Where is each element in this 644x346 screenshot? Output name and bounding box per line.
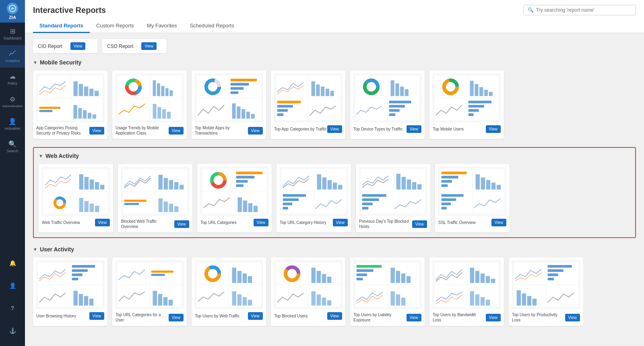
mini-line-bw2 xyxy=(435,285,466,307)
svg-rect-41 xyxy=(321,87,324,96)
mini-line-tuw1 xyxy=(197,285,229,307)
mobile-security-cards: App Categories Posing Security or Privac… xyxy=(33,70,636,139)
sidebar-item-activation[interactable]: 👤 Activation xyxy=(0,113,25,135)
view-btn-user-browsing[interactable]: View xyxy=(89,312,105,320)
view-btn-top-mobile-apps[interactable]: View xyxy=(248,127,263,135)
view-btn-app-categories[interactable]: View xyxy=(89,127,105,135)
sidebar-item-analytics[interactable]: Analytics xyxy=(0,45,25,68)
cso-report-name: CSO Report xyxy=(107,44,133,49)
svg-rect-196 xyxy=(547,278,554,280)
mini-hbar-pb1 xyxy=(361,192,393,213)
svg-rect-22 xyxy=(169,90,173,96)
svg-rect-182 xyxy=(396,294,400,305)
view-btn-top-blocked-users[interactable]: View xyxy=(327,312,343,320)
svg-point-50 xyxy=(368,84,374,89)
mini-bars-ub1 xyxy=(71,285,103,307)
app-logo: ZIA xyxy=(0,0,25,23)
card-footer-url-history: Top URL Category History View xyxy=(280,219,348,226)
view-btn-top-url-user[interactable]: View xyxy=(169,314,184,321)
sidebar-item-administration[interactable]: ⚙ Administration xyxy=(0,90,25,113)
tab-standard[interactable]: Standard Reports xyxy=(33,19,90,33)
svg-rect-23 xyxy=(153,104,156,119)
svg-rect-32 xyxy=(230,87,244,90)
view-btn-ssl-traffic[interactable]: View xyxy=(491,219,507,226)
view-btn-bandwidth[interactable]: View xyxy=(486,314,501,321)
tab-scheduled[interactable]: Scheduled Reports xyxy=(183,19,241,33)
view-btn-url-history[interactable]: View xyxy=(333,219,348,226)
sidebar-help[interactable]: ? xyxy=(0,297,25,319)
mini-hbar-pl1 xyxy=(547,263,578,284)
view-btn-top-device-types[interactable]: View xyxy=(407,125,422,133)
sidebar-user[interactable]: 👤 xyxy=(0,274,25,297)
view-btn-liability[interactable]: View xyxy=(407,314,422,321)
mini-line-wa1 xyxy=(44,169,76,191)
card-footer-top-mobile-apps: Top Mobile Apps by Transactions View xyxy=(195,125,263,136)
admin-icon: ⚙ xyxy=(10,95,15,103)
search-input[interactable] xyxy=(536,7,632,13)
sidebar-anchor[interactable]: ⚓ xyxy=(0,319,25,342)
card-title-top-blocked-users: Top Blocked Users xyxy=(274,313,327,319)
card-preview-blocked-web xyxy=(121,167,189,215)
svg-rect-142 xyxy=(78,294,83,306)
cso-view-button[interactable]: View xyxy=(141,42,157,50)
card-footer-top-url-user: Top URL Categories for a User View xyxy=(116,312,184,323)
view-btn-top-users-web[interactable]: View xyxy=(248,312,263,320)
svg-rect-87 xyxy=(179,185,183,190)
cio-view-button[interactable]: View xyxy=(70,42,86,50)
svg-rect-191 xyxy=(480,297,484,306)
mobile-security-toggle[interactable]: ▼ xyxy=(33,60,37,65)
user-activity-header: ▼ User Activity xyxy=(33,246,636,253)
view-btn-productivity[interactable]: View xyxy=(565,314,580,321)
card-preview-top-url xyxy=(200,167,268,215)
svg-rect-68 xyxy=(468,105,484,108)
svg-rect-43 xyxy=(330,91,334,96)
mini-chart-1 xyxy=(38,76,70,97)
card-preview-usage-trends xyxy=(116,74,184,122)
sidebar-notifications[interactable]: 🔔 xyxy=(0,252,25,274)
card-preview-productivity xyxy=(512,261,580,309)
card-preview-top-blocked-users xyxy=(274,261,342,309)
view-btn-top-url[interactable]: View xyxy=(254,219,269,226)
view-btn-prev-blocked[interactable]: View xyxy=(412,220,427,228)
svg-rect-158 xyxy=(232,291,236,305)
card-title-top-mobile-apps: Top Mobile Apps by Transactions xyxy=(195,125,248,136)
search-box[interactable]: 🔍 xyxy=(523,5,636,15)
svg-rect-173 xyxy=(357,265,382,268)
web-activity-toggle[interactable]: ▼ xyxy=(39,153,43,158)
card-title-top-device-types: Top Device Types by Traffic xyxy=(353,126,407,132)
svg-rect-106 xyxy=(317,174,321,190)
tab-favorites[interactable]: My Favorites xyxy=(140,19,183,33)
card-preview-top-device-types xyxy=(353,74,421,122)
svg-rect-159 xyxy=(237,294,241,305)
svg-rect-42 xyxy=(325,89,329,96)
view-btn-blocked-web[interactable]: View xyxy=(174,220,190,228)
view-btn-usage-trends[interactable]: View xyxy=(169,127,184,135)
svg-rect-98 xyxy=(236,172,262,174)
view-btn-top-app-categories[interactable]: View xyxy=(327,125,343,133)
mini-bars-bw1 xyxy=(156,169,188,191)
user-activity-toggle[interactable]: ▼ xyxy=(33,247,37,252)
mini-chart-2 xyxy=(71,76,103,97)
sidebar-item-search[interactable]: 🔍 Search xyxy=(0,135,25,158)
card-preview-ssl-traffic xyxy=(438,167,506,215)
sidebar-item-dashboard[interactable]: ⊞ Dashboard xyxy=(0,23,25,45)
view-btn-web-traffic[interactable]: View xyxy=(95,219,110,226)
mini-chart-4 xyxy=(71,98,103,120)
svg-rect-129 xyxy=(481,177,485,189)
card-title-blocked-web: Blocked Web Traffic Overview xyxy=(121,219,174,229)
card-footer-top-mobile-users: Top Mobile Users View xyxy=(433,125,501,133)
sidebar-item-policy[interactable]: ☁ Policy xyxy=(0,68,25,90)
mini-chart-3 xyxy=(38,98,70,120)
header-top: Interactive Reports 🔍 xyxy=(33,5,636,15)
card-footer-top-users-web: Top Users by Web Traffic View xyxy=(195,312,263,320)
view-btn-top-mobile-users[interactable]: View xyxy=(486,125,501,133)
card-app-categories: App Categories Posing Security or Privac… xyxy=(33,70,107,139)
svg-rect-121 xyxy=(362,199,379,201)
mini-bars-tuw2 xyxy=(229,285,261,307)
card-top-users-bandwidth: Top Users by Bandwidth Loss View xyxy=(429,257,504,326)
svg-rect-31 xyxy=(230,83,249,86)
svg-rect-103 xyxy=(243,201,247,212)
svg-rect-80 xyxy=(84,201,88,212)
svg-rect-147 xyxy=(153,291,157,306)
tab-custom[interactable]: Custom Reports xyxy=(90,19,140,33)
